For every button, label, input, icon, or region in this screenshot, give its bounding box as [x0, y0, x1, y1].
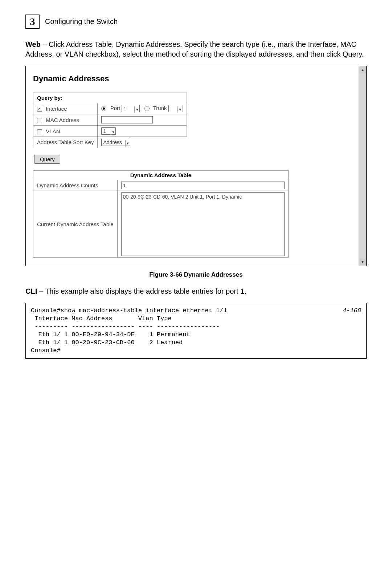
- cli-page-ref: 4-168: [343, 307, 361, 315]
- query-by-header: Query by:: [33, 93, 187, 103]
- interface-label: Interface: [46, 106, 67, 112]
- query-button[interactable]: Query: [34, 155, 60, 164]
- scrollbar[interactable]: ▲ ▼: [359, 66, 366, 266]
- result-table-title: Dynamic Address Table: [33, 170, 289, 180]
- counts-label: Dynamic Address Counts: [33, 180, 118, 191]
- web-text: – Click Address Table, Dynamic Addresses…: [25, 40, 364, 58]
- trunk-label: Trunk: [153, 105, 167, 111]
- port-label: Port: [110, 105, 121, 111]
- vlan-select[interactable]: 1: [101, 127, 116, 135]
- mac-input[interactable]: [101, 116, 153, 123]
- vlan-checkbox[interactable]: [37, 129, 42, 134]
- query-row-mac: MAC Address: [33, 114, 187, 126]
- current-table-label: Current Dynamic Address Table: [33, 191, 118, 257]
- chapter-title: Configuring the Switch: [45, 17, 118, 26]
- port-radio[interactable]: [101, 106, 106, 111]
- query-row-vlan: VLAN 1: [33, 126, 187, 137]
- cli-intro-paragraph: CLI – This example also displays the add…: [25, 286, 367, 296]
- cli-text: – This example also displays the address…: [37, 287, 246, 295]
- intro-paragraph: Web – Click Address Table, Dynamic Addre…: [25, 40, 367, 59]
- port-select[interactable]: 1: [122, 105, 140, 112]
- chapter-number-icon: 3: [25, 15, 40, 29]
- sortkey-label: Address Table Sort Key: [37, 139, 94, 145]
- counts-value: 1: [121, 182, 285, 189]
- query-form-table: Query by: Interface Port 1 Trunk: [33, 93, 187, 148]
- cli-label: CLI: [25, 287, 37, 295]
- sortkey-select[interactable]: Address: [101, 139, 130, 146]
- figure-caption: Figure 3-66 Dynamic Addresses: [25, 271, 367, 278]
- result-table: Dynamic Address Table Dynamic Address Co…: [33, 170, 289, 258]
- query-row-interface: Interface Port 1 Trunk: [33, 103, 187, 114]
- query-row-sortkey: Address Table Sort Key Address: [33, 137, 187, 148]
- cli-output-text: Console#show mac-address-table interface…: [31, 307, 227, 354]
- vlan-label: VLAN: [46, 128, 60, 134]
- current-table-listbox[interactable]: 00-20-9C-23-CD-60, VLAN 2,Unit 1, Port 1…: [121, 192, 285, 256]
- pane-title: Dynamic Addresses: [33, 74, 348, 84]
- page-header: 3 Configuring the Switch: [25, 15, 367, 29]
- screenshot-frame: ▲ ▼ Dynamic Addresses Query by: Interfac…: [25, 66, 367, 266]
- trunk-select[interactable]: [168, 105, 183, 112]
- cli-output-block: 4-168Console#show mac-address-table inte…: [25, 303, 367, 359]
- interface-checkbox[interactable]: [37, 107, 42, 112]
- mac-label: MAC Address: [46, 117, 79, 123]
- scroll-down-icon[interactable]: ▼: [359, 258, 366, 266]
- web-label: Web: [25, 40, 41, 48]
- mac-checkbox[interactable]: [37, 118, 42, 123]
- trunk-radio[interactable]: [144, 106, 150, 111]
- scroll-up-icon[interactable]: ▲: [359, 66, 366, 73]
